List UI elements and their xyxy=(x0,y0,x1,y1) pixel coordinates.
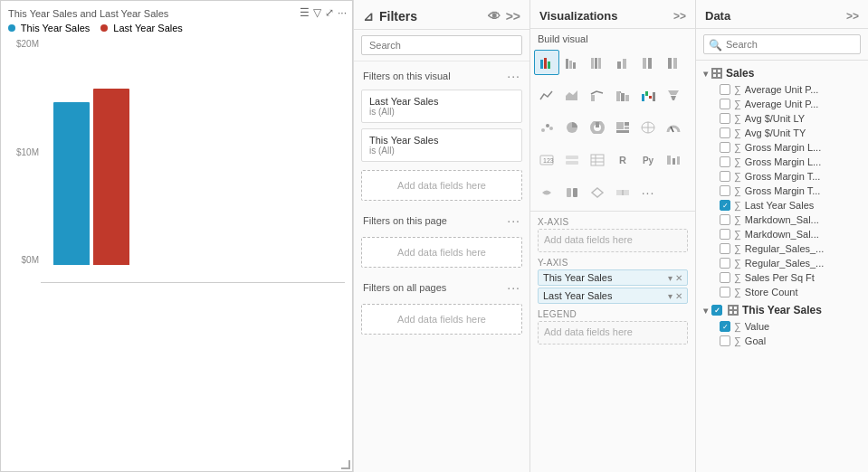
add-fields-page[interactable]: Add data fields here xyxy=(361,237,522,268)
viz-icon-table[interactable] xyxy=(585,147,610,173)
viz-icon-multirow-card[interactable] xyxy=(559,147,585,173)
eye-icon[interactable]: 👁 xyxy=(488,9,501,24)
viz-icon-pie[interactable] xyxy=(559,115,585,140)
checkbox-gm-t1[interactable] xyxy=(720,171,730,182)
viz-icon-map[interactable] xyxy=(635,115,661,140)
tree-item-gm-l2[interactable]: ∑ Gross Margin L... xyxy=(696,155,868,169)
tree-group-this-year-header[interactable]: ▾ This Year Sales xyxy=(696,301,868,319)
viz-icon-treemap[interactable] xyxy=(610,115,635,140)
filter-icon[interactable]: ▽ xyxy=(313,6,321,19)
checkbox-value[interactable] xyxy=(720,321,730,332)
add-fields-all-pages[interactable]: Add data fields here xyxy=(361,304,522,335)
tree-item-store-count[interactable]: ∑ Store Count xyxy=(696,285,868,299)
tree-item-reg-sales1[interactable]: ∑ Regular_Sales_... xyxy=(696,241,868,256)
checkbox-avg-unit-p1[interactable] xyxy=(720,84,730,95)
viz-icon-100pct-col[interactable] xyxy=(661,50,686,75)
tree-item-last-year-sales[interactable]: ∑ Last Year Sales xyxy=(696,198,868,212)
viz-expand-icon[interactable]: >> xyxy=(673,10,686,23)
resize-handle[interactable] xyxy=(341,460,350,469)
viz-icon-ribbon[interactable] xyxy=(610,82,635,108)
page-filters-more[interactable]: ··· xyxy=(507,213,520,228)
tree-item-markdown-sal2[interactable]: ∑ Markdown_Sal... xyxy=(696,227,868,241)
data-search-input[interactable] xyxy=(703,34,861,54)
viz-icon-stacked-col[interactable] xyxy=(635,50,661,75)
viz-icon-shape-map[interactable] xyxy=(534,180,559,205)
tree-item-sales-per-sq[interactable]: ∑ Sales Per Sq Ft xyxy=(696,270,868,285)
viz-icon-scatter[interactable] xyxy=(534,115,559,140)
checkbox-markdown-sal2[interactable] xyxy=(720,229,730,240)
all-pages-filters-section: Filters on all pages ··· xyxy=(354,273,529,298)
viz-icon-gauge[interactable] xyxy=(661,115,686,140)
checkbox-markdown-sal1[interactable] xyxy=(720,214,730,225)
tree-item-avg-unit-p2[interactable]: ∑ Average Unit P... xyxy=(696,97,868,111)
chevron-down-icon[interactable]: ▾ xyxy=(668,273,672,283)
viz-icon-col-chart[interactable] xyxy=(610,50,635,75)
svg-point-27 xyxy=(541,128,545,132)
viz-icon-area[interactable] xyxy=(559,82,585,108)
checkbox-avg-unit-p2[interactable] xyxy=(720,99,730,109)
bar-last-year[interactable] xyxy=(93,89,129,265)
tree-item-gm-t1[interactable]: ∑ Gross Margin T... xyxy=(696,169,868,184)
sigma-icon: ∑ xyxy=(734,84,741,95)
checkbox-store-count[interactable] xyxy=(720,287,730,297)
visual-filters-more[interactable]: ··· xyxy=(507,69,520,83)
menu-icon[interactable]: ☰ xyxy=(300,6,310,19)
more-icon[interactable]: ··· xyxy=(338,6,347,19)
checkbox-avg-unit-ly[interactable] xyxy=(720,113,730,124)
tree-item-reg-sales2[interactable]: ∑ Regular_Sales_... xyxy=(696,256,868,270)
tree-group-sales-header[interactable]: ▾ Sales xyxy=(696,64,868,82)
tree-item-gm-t2[interactable]: ∑ Gross Margin T... xyxy=(696,184,868,198)
tree-item-markdown-sal1[interactable]: ∑ Markdown_Sal... xyxy=(696,212,868,227)
viz-icon-card[interactable]: 123 xyxy=(534,147,559,173)
checkbox-reg-sales2[interactable] xyxy=(720,258,730,269)
sigma-icon5: ∑ xyxy=(734,142,741,153)
checkbox-this-year-group[interactable] xyxy=(711,305,722,316)
viz-icon-more[interactable]: ··· xyxy=(635,180,661,205)
svg-marker-15 xyxy=(566,90,577,100)
chevron-down-icon2[interactable]: ▾ xyxy=(668,291,672,301)
checkbox-reg-sales1[interactable] xyxy=(720,243,730,254)
viz-icon-decomp[interactable] xyxy=(661,147,686,173)
checkbox-gm-l1[interactable] xyxy=(720,142,730,153)
viz-icon-diamond[interactable] xyxy=(585,180,610,205)
expand-icon[interactable]: >> xyxy=(506,9,520,24)
all-pages-filters-more[interactable]: ··· xyxy=(507,280,520,295)
checkbox-avg-unit-ty[interactable] xyxy=(720,127,730,138)
viz-icon-py[interactable]: Py xyxy=(635,147,661,173)
data-expand-icon[interactable]: >> xyxy=(846,10,859,23)
checkbox-gm-t2[interactable] xyxy=(720,185,730,196)
tree-item-avg-unit-ly[interactable]: ∑ Avg $/Unit LY xyxy=(696,111,868,126)
viz-icon-clustered-bar[interactable] xyxy=(534,50,559,75)
y-axis-item-last-year[interactable]: Last Year Sales ▾ ✕ xyxy=(538,288,688,304)
checkbox-sales-per-sq[interactable] xyxy=(720,272,730,283)
viz-icon-custom2[interactable] xyxy=(610,180,635,205)
tree-item-value[interactable]: ∑ Value xyxy=(696,319,868,334)
viz-icon-r[interactable]: R xyxy=(610,147,635,173)
viz-icon-line-col[interactable] xyxy=(585,82,610,108)
checkbox-goal[interactable] xyxy=(720,335,730,346)
remove-icon2[interactable]: ✕ xyxy=(675,291,682,301)
viz-icon-funnel[interactable] xyxy=(661,82,686,108)
viz-icon-waterfall[interactable] xyxy=(635,82,661,108)
focus-icon[interactable]: ⤢ xyxy=(325,6,334,19)
tree-item-goal[interactable]: ∑ Goal xyxy=(696,334,868,348)
checkbox-last-year-sales[interactable] xyxy=(720,200,730,211)
x-axis-drop-zone[interactable]: Add data fields here xyxy=(538,229,688,252)
viz-icon-custom1[interactable] xyxy=(559,180,585,205)
legend-drop-zone[interactable]: Add data fields here xyxy=(538,321,688,345)
remove-icon[interactable]: ✕ xyxy=(675,273,682,283)
bar-this-year[interactable] xyxy=(53,102,90,265)
checkbox-gm-l2[interactable] xyxy=(720,156,730,167)
tree-item-avg-unit-p1[interactable]: ∑ Average Unit P... xyxy=(696,82,868,97)
viz-icon-stacked-bar[interactable] xyxy=(559,50,585,75)
filters-search-input[interactable] xyxy=(361,35,522,55)
filter-card-this-year[interactable]: This Year Sales is (All) xyxy=(361,128,522,162)
viz-icon-100pct-bar[interactable] xyxy=(585,50,610,75)
y-axis-item-this-year[interactable]: This Year Sales ▾ ✕ xyxy=(538,269,688,286)
viz-icon-line[interactable] xyxy=(534,82,559,108)
tree-item-avg-unit-ty[interactable]: ∑ Avg $/Unit TY xyxy=(696,126,868,140)
filter-card-last-year[interactable]: Last Year Sales is (All) xyxy=(361,90,522,123)
viz-icon-donut[interactable] xyxy=(585,115,610,140)
tree-item-gm-l1[interactable]: ∑ Gross Margin L... xyxy=(696,140,868,155)
add-fields-visual[interactable]: Add data fields here xyxy=(361,170,522,201)
